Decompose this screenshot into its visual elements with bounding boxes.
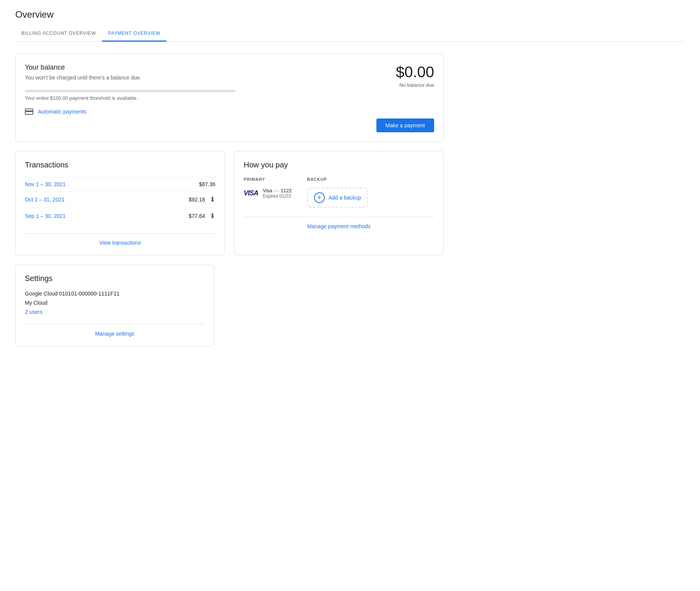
transaction-right-1: $87.36 [199, 181, 215, 187]
balance-right: $0.00 No balance due Make a payment [376, 63, 435, 132]
transactions-footer: View transactions [25, 233, 215, 246]
card-name: Visa ···· 1122 [263, 188, 292, 193]
add-backup-label: Add a backup [329, 195, 361, 201]
primary-payment-col: Primary VISA Visa ···· 1122 Expires 01/2… [244, 177, 292, 208]
threshold-text: Your entire $100.00 payment threshold is… [25, 95, 376, 101]
primary-label: Primary [244, 177, 292, 182]
transaction-date-1[interactable]: Nov 1 – 30, 2021 [25, 181, 66, 187]
backup-payment-col: Backup + Add a backup [307, 177, 368, 208]
settings-account-id: Google Cloud 010101-000000-1111F11 [25, 291, 205, 297]
settings-footer: Manage settings [25, 324, 205, 337]
transaction-amount-1: $87.36 [199, 181, 215, 187]
credit-card-icon [25, 109, 33, 115]
transaction-date-3[interactable]: Sep 1 – 30, 2021 [25, 213, 66, 219]
visa-logo: VISA [244, 189, 258, 197]
transaction-amount-3: $77.64 [189, 213, 205, 219]
table-row: Sep 1 – 30, 2021 $77.64 ⬇ [25, 208, 215, 224]
manage-payment-methods-link[interactable]: Manage payment methods [307, 223, 371, 229]
balance-amount: $0.00 [376, 63, 435, 81]
transaction-date-2[interactable]: Oct 1 – 31, 2021 [25, 196, 65, 203]
download-icon-2[interactable]: ⬇ [210, 212, 215, 220]
main-content: Your balance You won't be charged until … [0, 42, 459, 359]
how-you-pay-card: How you pay Primary VISA Visa ···· 1122 … [234, 151, 444, 255]
transaction-amount-2: $92.18 [189, 196, 205, 203]
page-title: Overview [15, 9, 685, 20]
settings-card: Settings Google Cloud 010101-000000-1111… [15, 265, 214, 346]
view-transactions-link[interactable]: View transactions [99, 240, 141, 246]
balance-subtitle: You won't be charged until there's a bal… [25, 75, 376, 81]
table-row: Oct 1 – 31, 2021 $92.18 ⬇ [25, 191, 215, 208]
two-col-row: Transactions Nov 1 – 30, 2021 $87.36 Oct… [15, 151, 444, 255]
balance-left: Your balance You won't be charged until … [25, 63, 376, 132]
how-you-pay-title: How you pay [244, 161, 434, 169]
table-row: Nov 1 – 30, 2021 $87.36 [25, 177, 215, 191]
make-payment-button[interactable]: Make a payment [376, 119, 435, 132]
progress-bar-track [25, 90, 236, 92]
transactions-card: Transactions Nov 1 – 30, 2021 $87.36 Oct… [15, 151, 225, 255]
how-you-pay-footer: Manage payment methods [244, 217, 434, 229]
tab-payment-overview[interactable]: Payment Overview [102, 26, 167, 42]
progress-bar-container [25, 90, 376, 92]
tab-billing-overview[interactable]: Billing Account Overview [15, 26, 102, 42]
card-expiry: Expires 01/23 [263, 193, 292, 199]
balance-footer: Automatic payments [25, 109, 376, 115]
settings-cloud-name: My Cloud [25, 300, 205, 306]
card-details: Visa ···· 1122 Expires 01/23 [263, 188, 292, 199]
page-header: Overview Billing Account Overview Paymen… [0, 0, 700, 42]
backup-label: Backup [307, 177, 368, 182]
balance-title: Your balance [25, 63, 376, 71]
settings-title: Settings [25, 274, 205, 283]
tabs-container: Billing Account Overview Payment Overvie… [15, 26, 685, 42]
download-icon-1[interactable]: ⬇ [210, 195, 215, 204]
plus-icon: + [314, 192, 325, 203]
add-backup-button[interactable]: + Add a backup [307, 188, 368, 208]
balance-status: No balance due [376, 82, 435, 88]
balance-card: Your balance You won't be charged until … [15, 54, 444, 142]
auto-payments-label: Automatic payments [38, 109, 86, 115]
transaction-right-2: $92.18 ⬇ [189, 195, 215, 204]
primary-card-info: VISA Visa ···· 1122 Expires 01/23 [244, 188, 292, 199]
transactions-title: Transactions [25, 161, 215, 169]
auto-payments-link[interactable]: Automatic payments [25, 109, 86, 115]
transaction-right-3: $77.64 ⬇ [189, 212, 215, 220]
manage-settings-link[interactable]: Manage settings [95, 331, 135, 337]
payment-methods-cols: Primary VISA Visa ···· 1122 Expires 01/2… [244, 177, 434, 208]
settings-users-link[interactable]: 2 users [25, 309, 205, 315]
